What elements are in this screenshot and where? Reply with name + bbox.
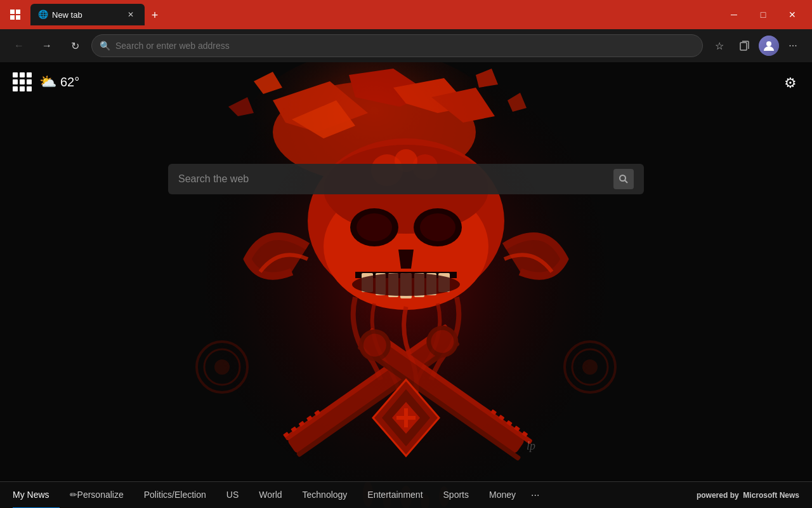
favorite-button[interactable]: ☆ bbox=[708, 34, 731, 57]
weather-widget[interactable]: ⛅ 62° bbox=[39, 74, 79, 90]
news-tab-world[interactable]: World bbox=[249, 482, 292, 509]
search-container bbox=[168, 164, 644, 194]
news-tab-label: World bbox=[259, 490, 282, 500]
settings-button[interactable]: ⚙ bbox=[782, 72, 799, 94]
news-tab-politics-election[interactable]: Politics/Election bbox=[134, 482, 216, 509]
tab-title: New tab bbox=[52, 10, 121, 20]
weather-icon: ⛅ bbox=[39, 74, 56, 90]
news-tab-us[interactable]: US bbox=[216, 482, 249, 509]
address-bar[interactable]: 🔍 bbox=[91, 34, 703, 57]
news-tab-label: Sports bbox=[443, 490, 469, 500]
svg-point-25 bbox=[420, 213, 455, 241]
svg-point-35 bbox=[352, 273, 460, 296]
tab-close-button[interactable]: ✕ bbox=[124, 8, 137, 21]
news-tab-personalize[interactable]: ✏ Personalize bbox=[60, 482, 134, 509]
collections-button[interactable] bbox=[733, 34, 756, 57]
svg-rect-4 bbox=[740, 43, 747, 50]
svg-rect-1 bbox=[16, 10, 20, 14]
news-tab-label: Politics/Election bbox=[144, 490, 206, 500]
news-tab-entertainment[interactable]: Entertainment bbox=[357, 482, 433, 509]
new-tab-button[interactable]: + bbox=[145, 5, 165, 25]
news-tab-sports[interactable]: Sports bbox=[433, 482, 479, 509]
news-bar: My News✏ PersonalizePolitics/ElectionUSW… bbox=[0, 481, 812, 508]
news-tab-label: Entertainment bbox=[367, 490, 422, 500]
web-search-input[interactable] bbox=[178, 173, 607, 185]
windows-menu-button[interactable] bbox=[5, 4, 25, 25]
apps-grid-button[interactable] bbox=[13, 72, 32, 91]
news-tabs: My News✏ PersonalizePolitics/ElectionUSW… bbox=[13, 482, 697, 509]
news-tab-label: Technology bbox=[303, 490, 348, 500]
apps-weather-widget: ⛅ 62° bbox=[13, 72, 79, 91]
background-image: lp bbox=[0, 62, 812, 508]
news-tab-technology[interactable]: Technology bbox=[292, 482, 358, 509]
forward-button[interactable]: → bbox=[36, 34, 58, 57]
news-tab-money[interactable]: Money bbox=[479, 482, 526, 509]
active-tab[interactable]: 🌐 New tab ✕ bbox=[30, 4, 145, 25]
search-submit-button[interactable] bbox=[613, 169, 634, 189]
microsoft-news-brand: Microsoft News bbox=[743, 491, 799, 500]
news-tab-label: Personalize bbox=[77, 490, 124, 500]
news-tab-label: My News bbox=[13, 490, 49, 500]
svg-text:lp: lp bbox=[527, 439, 535, 452]
minimize-button[interactable]: ─ bbox=[719, 4, 749, 25]
svg-rect-2 bbox=[10, 15, 15, 20]
svg-point-75 bbox=[582, 359, 598, 375]
news-tab-label: Money bbox=[489, 490, 516, 500]
news-tab-label: US bbox=[226, 490, 239, 500]
profile-button[interactable] bbox=[759, 36, 779, 56]
svg-line-77 bbox=[625, 180, 627, 183]
svg-rect-63 bbox=[404, 408, 408, 427]
news-tab-my-news[interactable]: My News bbox=[13, 482, 60, 509]
svg-rect-3 bbox=[16, 15, 20, 20]
svg-point-5 bbox=[766, 41, 771, 46]
address-input[interactable] bbox=[115, 41, 695, 51]
news-more-button[interactable]: ··· bbox=[526, 490, 544, 501]
svg-point-72 bbox=[214, 359, 230, 375]
back-button[interactable]: ← bbox=[8, 34, 30, 57]
svg-point-76 bbox=[620, 175, 625, 181]
powered-by: powered by Microsoft News bbox=[697, 491, 799, 500]
close-button[interactable]: ✕ bbox=[778, 4, 807, 25]
svg-rect-0 bbox=[10, 10, 15, 14]
profile-avatar bbox=[759, 36, 779, 56]
tab-favicon: 🌐 bbox=[38, 10, 48, 20]
svg-point-24 bbox=[357, 213, 392, 241]
address-search-icon: 🔍 bbox=[100, 41, 110, 51]
svg-marker-26 bbox=[398, 250, 414, 269]
personalize-icon: ✏ bbox=[70, 490, 77, 500]
temperature-display: 62° bbox=[60, 75, 79, 90]
refresh-button[interactable]: ↻ bbox=[63, 34, 86, 57]
maximize-button[interactable]: □ bbox=[749, 4, 778, 25]
more-button[interactable]: ··· bbox=[782, 34, 804, 57]
